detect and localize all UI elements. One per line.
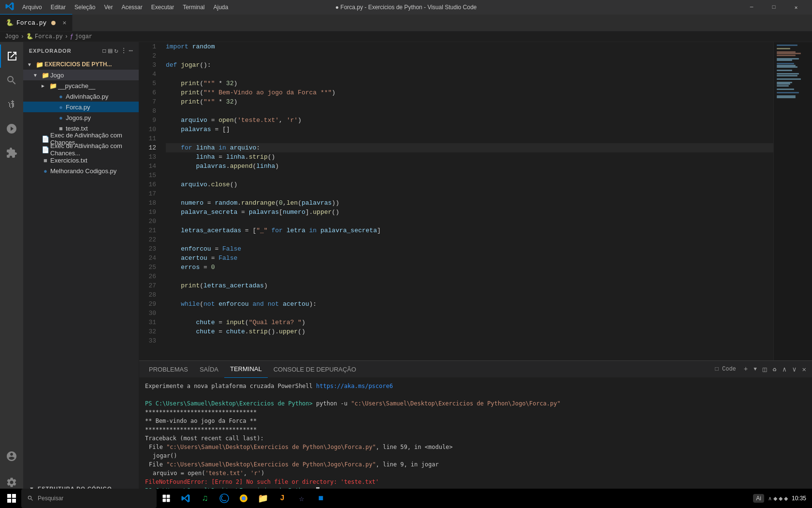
new-file-icon[interactable]: ◻ (102, 46, 106, 55)
menu-arquivo[interactable]: Arquivo (18, 3, 46, 12)
menu-terminal[interactable]: Terminal (179, 3, 208, 12)
menu-ver[interactable]: Ver (100, 3, 116, 12)
panel-trash-button[interactable]: ♻ (770, 364, 778, 374)
sidebar-item-jogo[interactable]: ▼ 📁 Jogo (23, 70, 139, 80)
panel-tab-console[interactable]: CONSOLE DE DEPURAÇÃO (268, 361, 362, 378)
refresh-icon[interactable]: ↻ (114, 46, 118, 55)
breadcrumb-sep2: › (65, 33, 68, 40)
term-out3: ******************************** (145, 425, 806, 434)
tab-close-button[interactable]: ✕ (62, 19, 66, 27)
code-line-2 (166, 51, 773, 60)
taskbar-teams[interactable]: ☆ (292, 489, 311, 508)
menu-selecao[interactable]: Seleção (71, 3, 99, 12)
term-blank1 (145, 390, 806, 399)
panel-tabs: PROBLEMAS SAÍDA TERMINAL CONSOLE DE DEPU… (139, 361, 812, 378)
term-info-line: Experimente a nova plataforma cruzada Po… (145, 382, 806, 390)
search-icon[interactable] (0, 69, 23, 92)
panel-tab-terminal[interactable]: TERMINAL (224, 361, 268, 378)
code-container[interactable]: 1 2 3 4 5 6 7 8 9 10 11 12 13 14 15 16 1 (139, 42, 812, 360)
panel-add-button[interactable]: + (742, 364, 750, 374)
minimap (773, 42, 812, 360)
root-label: EXERCICIOS DE PYTH... (44, 61, 112, 68)
adivinhacao-file-icon: ● (56, 93, 66, 100)
code-line-30 (166, 309, 773, 318)
titlebar: Arquivo Editar Seleção Ver Acessar Execu… (0, 0, 812, 15)
code-content[interactable]: import random def jogar(): print("*" * 3… (161, 42, 773, 360)
more-actions-icon[interactable]: ⋯ (129, 46, 133, 55)
explorer-icon[interactable] (0, 45, 23, 68)
ln-26: 26 (139, 272, 156, 281)
taskbar-vscode[interactable] (176, 489, 195, 508)
terminal-content[interactable]: Experimente a nova plataforma cruzada Po… (139, 378, 812, 496)
code-line-11 (166, 134, 773, 143)
ln-8: 8 (139, 106, 156, 116)
sidebar-item-exec2[interactable]: ► 📄 Exec de Adivinhação com Chances... (23, 144, 139, 155)
tab-modified-dot (51, 21, 56, 25)
sidebar-item-pycache[interactable]: ► 📁 __pycache__ (23, 80, 139, 91)
title-left: Arquivo Editar Seleção Ver Acessar Execu… (5, 1, 232, 14)
menu-ajuda[interactable]: Ajuda (210, 3, 232, 12)
panel-dropdown-button[interactable]: ▼ (752, 365, 759, 373)
taskbar-explorer[interactable]: 📁 (253, 489, 273, 508)
breadcrumb-jogo[interactable]: Jogo (5, 33, 19, 40)
tab-forca-py[interactable]: 🐍 Forca.py ✕ (0, 14, 72, 31)
tray-icons: ∧ ◆ ◆ ◆ (768, 495, 788, 502)
code-line-15 (166, 171, 773, 180)
run-debug-icon[interactable] (0, 117, 23, 140)
collapse-icon[interactable]: ⋮ (120, 46, 127, 55)
code-line-9: arquivo = open('teste.txt', 'r') (166, 116, 773, 125)
tray-ai-label[interactable]: Ai (753, 494, 764, 503)
breadcrumb: Jogo › 🐍 Forca.py › ƒ jogar (0, 31, 812, 42)
sidebar-root[interactable]: ▼ 📁 EXERCICIOS DE PYTH... (23, 59, 139, 70)
forca-label: Forca.py (66, 104, 90, 111)
editor-area: 1 2 3 4 5 6 7 8 9 10 11 12 13 14 15 16 1 (139, 42, 812, 360)
taskbar-java[interactable]: J (273, 489, 292, 508)
taskbar-chrome[interactable] (234, 489, 253, 508)
code-line-12: for linha in arquivo: (166, 143, 773, 152)
menu-editar[interactable]: Editar (47, 3, 70, 12)
maximize-button[interactable]: □ (763, 0, 785, 15)
panel-split-button[interactable]: ◫ (761, 364, 768, 374)
code-line-24: acertou = False (166, 254, 773, 263)
breadcrumb-forca-py[interactable]: Forca.py (35, 33, 63, 40)
panel-tab-saida[interactable]: SAÍDA (194, 361, 224, 378)
jogos-file-icon: ● (56, 114, 66, 121)
exec1-file-icon: 📄 (41, 135, 50, 143)
code-line-10: palavras = [] (166, 125, 773, 134)
taskbar-store[interactable]: ■ (311, 489, 331, 508)
ln-2: 2 (139, 51, 156, 60)
panel-chevron-down-button[interactable]: ∨ (790, 364, 798, 374)
new-folder-icon[interactable]: ▤ (108, 46, 112, 55)
panel-chevron-up-button[interactable]: ∧ (781, 364, 788, 374)
source-control-icon[interactable] (0, 93, 23, 116)
code-line-19: palavra_secreta = palavras[numero].upper… (166, 208, 773, 217)
ln-27: 27 (139, 281, 156, 290)
svg-rect-5 (167, 495, 170, 498)
extensions-icon[interactable] (0, 141, 23, 164)
panel-tab-problemas[interactable]: PROBLEMAS (143, 361, 194, 378)
panel-close-button[interactable]: ✕ (800, 364, 808, 374)
menu-acessar[interactable]: Acessar (117, 3, 146, 12)
menu-executar[interactable]: Executar (147, 3, 178, 12)
breadcrumb-jogar[interactable]: jogar (75, 33, 92, 40)
melhorando-file-icon: ● (41, 167, 50, 175)
taskbar-search[interactable]: Pesquisar (21, 489, 157, 508)
ln-24: 24 (139, 254, 156, 263)
sidebar-item-melhorando[interactable]: ► ● Melhorando Codigos.py (23, 165, 139, 176)
code-line-4 (166, 70, 773, 79)
ln-20: 20 (139, 217, 156, 226)
taskbar-edge[interactable] (215, 489, 234, 508)
taskbar-start[interactable] (2, 489, 21, 508)
minimize-button[interactable]: ─ (740, 0, 763, 15)
taskbar-tray: Ai ∧ ◆ ◆ ◆ 10:35 (749, 494, 810, 503)
taskbar-spotify[interactable]: ♫ (195, 489, 215, 508)
close-button[interactable]: ✕ (785, 0, 807, 15)
term-out6: jogar() (153, 451, 806, 460)
taskbar-task-view[interactable] (157, 489, 176, 508)
term-cmd-line1: PS C:\Users\Samuel\Desktop\Exercicios de… (145, 399, 806, 408)
svg-rect-4 (163, 495, 166, 498)
account-icon[interactable] (0, 445, 23, 468)
sidebar-item-adivinhacao[interactable]: ► ● Adivinhação.py (23, 91, 139, 102)
sidebar-item-jogos[interactable]: ► ● Jogos.py (23, 112, 139, 123)
sidebar-item-forca[interactable]: ► ● Forca.py (23, 102, 139, 112)
